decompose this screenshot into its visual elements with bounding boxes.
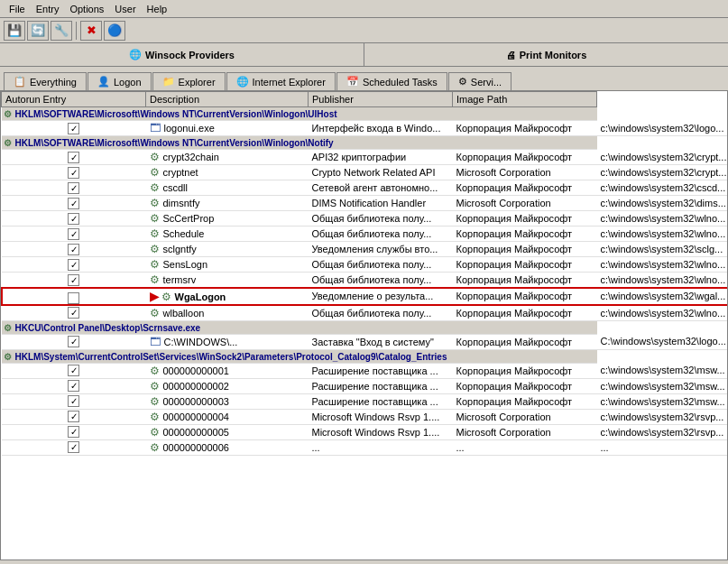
table-row[interactable]: ⚙dimsntfyDIMS Notification HandlerMicros… [2, 196, 729, 211]
checkbox-cell[interactable] [2, 409, 146, 424]
row-checkbox[interactable] [68, 395, 79, 407]
table-row[interactable]: 🗔C:\WINDOWS\...Заставка "Вход в систему"… [2, 334, 729, 349]
tab-services[interactable]: ⚙ Servi... [448, 72, 511, 90]
table-row[interactable]: ⚙termsrvОбщая библиотека полу...Корпорац… [2, 273, 729, 288]
col-image-path[interactable]: Image Path [453, 92, 597, 107]
description-cell: DIMS Notification Handler [309, 196, 453, 211]
table-row[interactable]: 🗔logonui.exeИнтерфейс входа в Windo...Ко… [2, 121, 729, 136]
checkbox-cell[interactable] [2, 242, 146, 257]
checkbox-cell[interactable] [2, 121, 146, 136]
tab-ie-icon: 🌐 [236, 76, 249, 88]
table-row[interactable]: ⚙cscdllСетевой агент автономно...Корпора… [2, 180, 729, 196]
tab-explorer[interactable]: 📁 Explorer [152, 72, 226, 90]
checkbox-cell[interactable] [2, 165, 146, 180]
menu-help[interactable]: Help [142, 2, 173, 16]
row-checkbox[interactable] [68, 292, 79, 304]
table-row[interactable]: ⚙crypt32chainAPI32 криптографииКорпораци… [2, 150, 729, 165]
tab-logon-icon: 👤 [97, 76, 110, 88]
toolbar-settings[interactable]: 🔧 [51, 21, 72, 41]
checkbox-cell[interactable] [2, 378, 146, 393]
checkbox-cell[interactable] [2, 424, 146, 439]
entry-name-text: 000000000003 [163, 396, 229, 407]
checkbox-cell[interactable] [2, 150, 146, 165]
row-checkbox[interactable] [68, 152, 79, 163]
entry-name-cell: ⚙000000000001 [146, 363, 309, 378]
row-checkbox[interactable] [68, 123, 79, 134]
row-checkbox[interactable] [68, 213, 79, 225]
image-path-cell: c:\windows\system32\crypt... [597, 165, 729, 180]
publisher-cell: Корпорация Майкрософт [453, 288, 597, 306]
col-publisher[interactable]: Publisher [309, 92, 453, 107]
gear-icon: ⚙ [150, 243, 160, 255]
print-monitors-section[interactable]: 🖨 Print Monitors [364, 43, 728, 66]
checkbox-cell[interactable] [2, 196, 146, 211]
toolbar-delete[interactable]: ✖ [80, 21, 102, 41]
checkbox-cell[interactable] [2, 334, 146, 349]
gear-icon: ⚙ [150, 411, 160, 423]
row-checkbox[interactable] [68, 336, 79, 347]
toolbar-info[interactable]: 🔵 [104, 21, 125, 41]
table-row[interactable]: ⚙ScheduleОбщая библиотека полу...Корпора… [2, 227, 729, 242]
row-checkbox[interactable] [68, 167, 79, 179]
checkbox-cell[interactable] [2, 288, 146, 306]
table-row[interactable]: ⚙ScCertPropОбщая библиотека полу...Корпо… [2, 211, 729, 227]
table-row[interactable]: ⚙000000000002Расширение поставщика ...Ко… [2, 378, 729, 393]
tab-logon[interactable]: 👤 Logon [88, 72, 152, 90]
row-checkbox[interactable] [68, 411, 79, 422]
table-row[interactable]: ⚙SensLognОбщая библиотека полу...Корпора… [2, 257, 729, 273]
toolbar-save[interactable]: 💾 [4, 21, 25, 41]
gear-icon: ⚙ [150, 212, 160, 225]
row-checkbox[interactable] [68, 182, 79, 194]
table-row[interactable]: ⚙cryptnetCrypto Network Related APIMicro… [2, 165, 729, 180]
table-row[interactable]: ⚙sclgntfyУведомления службы вто...Корпор… [2, 242, 729, 257]
checkbox-cell[interactable] [2, 439, 146, 455]
row-checkbox[interactable] [68, 365, 79, 376]
row-checkbox[interactable] [68, 274, 79, 286]
row-checkbox[interactable] [68, 307, 79, 319]
image-path-cell: c:\windows\system32\logo... [597, 121, 729, 136]
tab-everything[interactable]: 📋 Everything [4, 72, 87, 90]
tab-scheduled-icon: 📅 [346, 76, 359, 88]
row-checkbox[interactable] [68, 198, 79, 209]
entry-name-text: wlballoon [163, 308, 205, 319]
table-row[interactable]: ⚙000000000003Расширение поставщика ...Ко… [2, 393, 729, 409]
row-checkbox[interactable] [68, 228, 79, 240]
checkbox-cell[interactable] [2, 363, 146, 378]
menu-file[interactable]: File [4, 2, 31, 16]
group-icon: ⚙ [4, 323, 12, 333]
tab-ie[interactable]: 🌐 Internet Explorer [226, 72, 336, 90]
entry-name-cell: ⚙cryptnet [146, 165, 309, 180]
tab-scheduled-tasks[interactable]: 📅 Scheduled Tasks [336, 72, 447, 90]
row-checkbox[interactable] [68, 259, 79, 271]
col-description[interactable]: Description [146, 92, 309, 107]
checkbox-cell[interactable] [2, 180, 146, 196]
winsock-section[interactable]: 🌐 Winsock Providers [0, 43, 364, 66]
row-checkbox[interactable] [68, 380, 79, 392]
table-container[interactable]: Autorun Entry Description Publisher Imag… [0, 90, 728, 560]
row-checkbox[interactable] [68, 441, 79, 453]
description-cell: Расширение поставщика ... [309, 378, 453, 393]
table-row[interactable]: ⚙000000000005Microsoft Windows Rsvp 1...… [2, 424, 729, 439]
checkbox-cell[interactable] [2, 273, 146, 288]
row-checkbox[interactable] [68, 426, 79, 438]
description-cell: Расширение поставщика ... [309, 363, 453, 378]
checkbox-cell[interactable] [2, 227, 146, 242]
row-checkbox[interactable] [68, 244, 79, 255]
table-row[interactable]: ⚙000000000001Расширение поставщика ...Ко… [2, 363, 729, 378]
menu-entry[interactable]: Entry [31, 2, 65, 16]
checkbox-cell[interactable] [2, 393, 146, 409]
table-row[interactable]: ⚙wlballoonОбщая библиотека полу...Корпор… [2, 305, 729, 320]
checkbox-cell[interactable] [2, 211, 146, 227]
menu-user[interactable]: User [109, 2, 141, 16]
toolbar-refresh[interactable]: 🔄 [27, 21, 49, 41]
main-tabs: 📋 Everything 👤 Logon 📁 Explorer 🌐 Intern… [0, 67, 728, 90]
menu-options[interactable]: Options [64, 2, 109, 16]
table-row[interactable]: ▶⚙WgaLogonУведомление о результа...Корпо… [2, 288, 729, 306]
col-autorun-entry[interactable]: Autorun Entry [2, 92, 146, 107]
checkbox-cell[interactable] [2, 257, 146, 273]
image-path-cell: c:\windows\system32\dims... [597, 196, 729, 211]
table-row[interactable]: ⚙000000000004Microsoft Windows Rsvp 1...… [2, 409, 729, 424]
image-path-cell: c:\windows\system32\sclg... [597, 242, 729, 257]
checkbox-cell[interactable] [2, 305, 146, 320]
table-row[interactable]: ⚙000000000006......... [2, 439, 729, 455]
